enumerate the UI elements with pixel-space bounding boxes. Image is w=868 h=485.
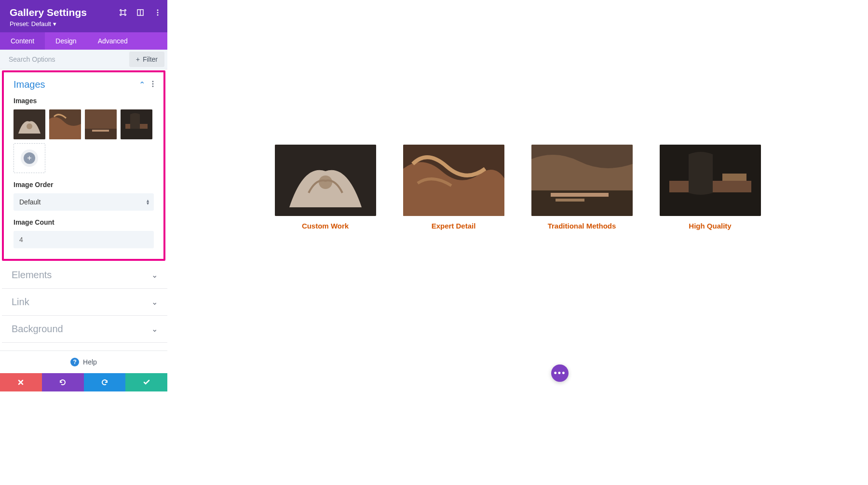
- image-order-select-wrap: Default ▴▾: [14, 193, 154, 211]
- gallery-image: [403, 145, 504, 216]
- undo-button[interactable]: [42, 373, 84, 391]
- tab-content[interactable]: Content: [0, 32, 45, 50]
- save-button[interactable]: [125, 373, 167, 391]
- elements-section[interactable]: Elements ⌄: [2, 262, 167, 289]
- gallery-item[interactable]: Expert Detail: [403, 145, 504, 230]
- gallery-image: [275, 145, 376, 216]
- svg-rect-28: [722, 174, 746, 181]
- link-section[interactable]: Link ⌄: [2, 289, 167, 316]
- help-label: Help: [83, 358, 97, 366]
- svg-point-4: [157, 12, 159, 13]
- background-section[interactable]: Background ⌄: [2, 316, 167, 343]
- thumbnail-grid: +: [14, 109, 154, 173]
- svg-rect-14: [92, 130, 109, 132]
- svg-point-20: [319, 175, 332, 189]
- tab-advanced[interactable]: Advanced: [87, 32, 138, 50]
- svg-rect-0: [121, 11, 125, 14]
- images-section-highlight: Images ⌃ Images: [2, 70, 165, 261]
- images-section-actions: ⌃: [139, 80, 154, 89]
- settings-sidebar: Gallery Settings Preset: Default ▾ Conte…: [0, 0, 167, 391]
- cancel-button[interactable]: [0, 373, 42, 391]
- image-order-select[interactable]: Default: [14, 193, 154, 211]
- chevron-down-icon: ⌄: [151, 270, 158, 280]
- svg-rect-24: [551, 193, 609, 197]
- background-section-title: Background: [12, 323, 63, 335]
- search-row: + Filter: [0, 50, 167, 69]
- svg-point-6: [152, 81, 154, 82]
- chevron-down-icon: ▾: [53, 20, 56, 27]
- help-button[interactable]: ? Help: [0, 350, 167, 373]
- images-section-title: Images: [14, 79, 45, 90]
- preset-label: Preset: Default: [10, 20, 51, 27]
- svg-rect-25: [556, 199, 584, 202]
- svg-point-7: [152, 83, 154, 84]
- gallery-caption: Custom Work: [302, 222, 349, 230]
- header-actions: [119, 9, 162, 16]
- svg-point-3: [157, 10, 159, 11]
- tab-design[interactable]: Design: [45, 32, 87, 50]
- expand-icon[interactable]: [119, 9, 127, 16]
- footer-actions: [0, 373, 167, 391]
- gallery-preview: Custom Work Expert Detail Traditional Me…: [167, 145, 868, 230]
- thumbnail-4[interactable]: [121, 109, 152, 139]
- ellipsis-icon: •••: [554, 368, 566, 378]
- gallery-caption: High Quality: [689, 222, 731, 230]
- plus-icon: +: [136, 55, 140, 63]
- svg-point-8: [152, 85, 154, 87]
- elements-section-title: Elements: [12, 269, 52, 281]
- more-icon[interactable]: [154, 9, 162, 16]
- chevron-up-icon[interactable]: ⌃: [139, 80, 145, 89]
- thumbnail-2[interactable]: [49, 109, 81, 139]
- image-count-input[interactable]: [14, 231, 154, 248]
- images-section-content: Images: [4, 97, 163, 259]
- image-count-label: Image Count: [14, 218, 154, 226]
- filter-button[interactable]: + Filter: [129, 52, 164, 67]
- chevron-down-icon: ⌄: [151, 324, 158, 334]
- link-section-title: Link: [12, 296, 29, 308]
- admin-label-section[interactable]: Admin Label ⌄: [2, 343, 167, 350]
- search-input[interactable]: [0, 51, 129, 68]
- svg-point-5: [157, 14, 159, 16]
- add-image-button[interactable]: +: [14, 143, 45, 173]
- gallery-item[interactable]: Custom Work: [275, 145, 376, 230]
- image-order-label: Image Order: [14, 181, 154, 189]
- responsive-icon[interactable]: [136, 9, 144, 16]
- gallery-image: [531, 145, 633, 216]
- panel-body: Images ⌃ Images: [0, 69, 167, 350]
- images-section-header[interactable]: Images ⌃: [4, 72, 163, 97]
- help-icon: ?: [70, 358, 79, 366]
- gallery-image: [660, 145, 761, 216]
- images-section: Images ⌃ Images: [4, 72, 163, 259]
- gallery-item[interactable]: High Quality: [660, 145, 761, 230]
- chevron-down-icon: ⌄: [151, 297, 158, 307]
- filter-label: Filter: [143, 55, 158, 63]
- images-field-label: Images: [14, 97, 154, 105]
- thumbnail-1[interactable]: [14, 109, 45, 139]
- preview-canvas: Custom Work Expert Detail Traditional Me…: [167, 0, 868, 391]
- plus-icon: +: [24, 152, 35, 164]
- redo-button[interactable]: [84, 373, 126, 391]
- gallery-caption: Traditional Methods: [548, 222, 616, 230]
- thumbnail-3[interactable]: [85, 109, 117, 139]
- sidebar-header: Gallery Settings Preset: Default ▾: [0, 0, 167, 32]
- gallery-caption: Expert Detail: [432, 222, 476, 230]
- more-icon[interactable]: [152, 81, 154, 89]
- svg-point-10: [27, 123, 32, 129]
- settings-tabs: Content Design Advanced: [0, 32, 167, 50]
- gallery-item[interactable]: Traditional Methods: [531, 145, 633, 230]
- fab-more-button[interactable]: •••: [551, 364, 569, 382]
- preset-dropdown[interactable]: Preset: Default ▾: [10, 20, 158, 27]
